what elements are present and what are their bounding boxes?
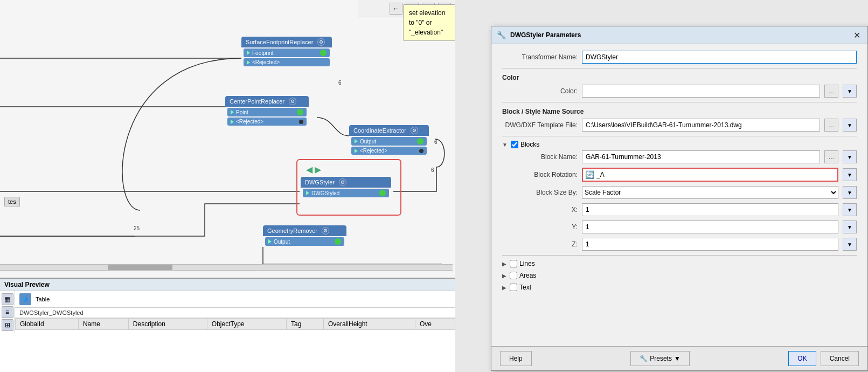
port-dot xyxy=(299,120,303,124)
port-label: <Rejected> xyxy=(252,59,280,65)
port-dot xyxy=(419,149,423,153)
port-label: Point xyxy=(236,109,248,115)
scrollbar-thumb[interactable] xyxy=(108,265,172,270)
ok-button[interactable]: OK xyxy=(788,351,816,366)
visual-preview-title: Visual Preview xyxy=(4,281,50,288)
port-label: <Rejected> xyxy=(236,119,263,125)
table-header-cell: ObjectType xyxy=(207,319,286,330)
block-rotation-dropdown-button[interactable]: ▼ xyxy=(843,168,857,181)
badge-ce: 6 xyxy=(434,139,438,145)
node-label: CenterPointReplacer xyxy=(230,98,284,105)
cancel-button[interactable]: Cancel xyxy=(821,351,859,366)
block-rotation-row: Block Rotation: 🔄 ▼ xyxy=(502,168,857,182)
port-arrow-icon xyxy=(231,120,234,124)
color-browse-button[interactable]: … xyxy=(824,85,838,98)
source-type-icon: 🔷 xyxy=(19,293,31,305)
node-coordinate-extractor[interactable]: CoordinateExtractor ⚙ Output <Rejected> xyxy=(349,125,429,156)
lines-collapse-arrow-icon: ▶ xyxy=(502,261,506,267)
color-input[interactable] xyxy=(582,85,820,98)
x-input[interactable] xyxy=(582,203,838,216)
node-label: DWGStyler xyxy=(305,179,335,185)
vp-icon-table[interactable]: ▦ xyxy=(2,293,13,305)
x-dropdown-button[interactable]: ▼ xyxy=(843,203,857,216)
dialog-body: Transformer Name: Color Color: … ▼ Block… xyxy=(491,44,867,346)
node-surface-footprint-replacer[interactable]: SurfaceFootprintReplacer ⚙ Footprint <Re… xyxy=(241,37,332,67)
blocks-checkbox[interactable] xyxy=(511,141,518,148)
lines-checkbox[interactable] xyxy=(510,260,517,267)
help-button[interactable]: Help xyxy=(500,351,532,366)
prev-icon[interactable]: ◀ xyxy=(306,164,313,175)
dwg-template-row: DWG/DXF Template File: … ▼ xyxy=(502,119,857,132)
lines-section-toggle[interactable]: ▶ Lines xyxy=(502,260,857,267)
gear-icon[interactable]: ⚙ xyxy=(411,127,418,134)
presets-button[interactable]: 🔧 Presets ▼ xyxy=(630,351,690,366)
block-size-by-select[interactable]: Scale Factor xyxy=(582,186,838,199)
z-label: Z: xyxy=(502,240,578,248)
port-arrow-icon xyxy=(247,60,250,65)
next-icon[interactable]: ▶ xyxy=(315,164,321,175)
node-center-point-replacer[interactable]: CenterPointReplacer ⚙ Point <Rejected> xyxy=(225,96,309,127)
presets-dropdown-icon: ▼ xyxy=(674,355,680,362)
block-size-by-row: Block Size By: Scale Factor ▼ xyxy=(502,186,857,199)
block-name-dropdown-button[interactable]: ▼ xyxy=(843,150,857,163)
table-header-cell: OverallHeight xyxy=(323,319,415,330)
port-green-circle xyxy=(335,238,341,245)
text-section-toggle[interactable]: ▶ Text xyxy=(502,284,857,291)
color-row: Color: … ▼ xyxy=(502,85,857,98)
port-label: <Rejected> xyxy=(360,148,387,154)
dialog-close-button[interactable]: ✕ xyxy=(851,30,862,40)
y-input[interactable] xyxy=(582,221,838,233)
node-dwgstyler[interactable]: DWGStyler ⚙ DWGStyled xyxy=(301,177,391,198)
gear-icon[interactable]: ⚙ xyxy=(317,38,325,46)
presets-icon: 🔧 xyxy=(640,355,648,362)
block-rotation-input[interactable] xyxy=(596,169,835,181)
transformer-name-row: Transformer Name: xyxy=(502,51,857,64)
badge-ce-right: 6 xyxy=(431,167,434,173)
blocks-section-toggle[interactable]: ▼ Blocks xyxy=(502,141,857,148)
gear-icon[interactable]: ⚙ xyxy=(289,98,296,105)
block-size-by-dropdown-button[interactable]: ▼ xyxy=(843,186,857,199)
color-dropdown-button[interactable]: ▼ xyxy=(843,85,857,98)
presets-label: Presets xyxy=(650,355,672,362)
back-button[interactable]: ← xyxy=(390,3,402,15)
x-label: X: xyxy=(502,206,578,213)
areas-collapse-arrow-icon: ▶ xyxy=(502,273,506,279)
port-green-circle xyxy=(379,190,386,196)
node-geometry-remover[interactable]: GeometryRemover ⚙ Output xyxy=(263,225,346,247)
vp-icon-2[interactable]: ≡ xyxy=(2,306,13,318)
dwg-template-label: DWG/DXF Template File: xyxy=(502,121,578,129)
z-input[interactable] xyxy=(582,238,838,251)
block-size-by-label: Block Size By: xyxy=(502,189,578,196)
dwg-template-input[interactable] xyxy=(582,119,820,132)
blocks-label: Blocks xyxy=(520,141,539,148)
block-rotation-icon: 🔄 xyxy=(585,170,594,179)
dwg-template-dropdown-button[interactable]: ▼ xyxy=(843,119,857,132)
block-name-input[interactable] xyxy=(582,150,820,163)
canvas-area: ← → ⚙ ★ set elevation to "0" or "_elevat… xyxy=(0,0,455,372)
areas-section-toggle[interactable]: ▶ Areas xyxy=(502,272,857,279)
table-header-cell: Name xyxy=(78,319,128,330)
table-icon: ▦ xyxy=(4,295,10,303)
text-checkbox[interactable] xyxy=(510,284,517,291)
port-arrow-icon xyxy=(247,51,250,55)
block-name-browse-button[interactable]: … xyxy=(824,150,838,163)
visual-preview-content: ▦ ≡ ⊞ 🔷 Table DWGStyler_DWGStyled xyxy=(0,291,455,333)
gear-icon[interactable]: ⚙ xyxy=(322,227,329,235)
text-collapse-arrow-icon: ▶ xyxy=(502,285,506,291)
left-label: tes xyxy=(4,197,20,206)
port-label: Output xyxy=(360,139,376,144)
dwg-template-browse-button[interactable]: … xyxy=(824,119,838,132)
vp-icon-3[interactable]: ⊞ xyxy=(2,319,13,331)
transformer-name-input[interactable] xyxy=(582,51,857,64)
z-dropdown-button[interactable]: ▼ xyxy=(843,238,857,251)
port-arrow-icon xyxy=(355,139,358,143)
block-rotation-label: Block Rotation: xyxy=(502,171,578,178)
port-arrow-icon xyxy=(306,191,309,195)
canvas-scrollbar[interactable] xyxy=(0,264,453,271)
text-checkbox-label: Text xyxy=(510,284,531,291)
color-section-header: Color xyxy=(502,74,857,81)
y-dropdown-button[interactable]: ▼ xyxy=(843,221,857,233)
areas-checkbox[interactable] xyxy=(510,272,517,279)
block-name-label: Block Name: xyxy=(502,153,578,161)
gear-icon[interactable]: ⚙ xyxy=(339,178,346,186)
